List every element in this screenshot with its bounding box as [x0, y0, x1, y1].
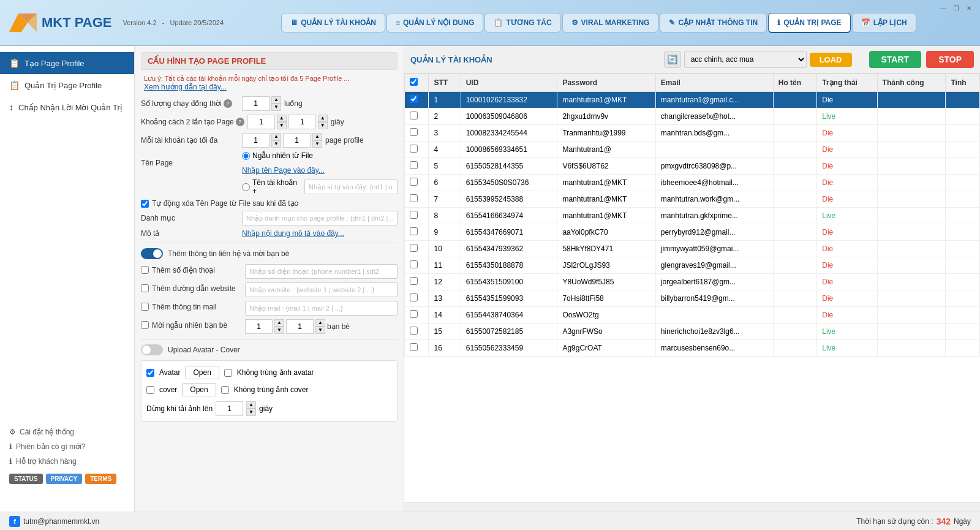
moi-tk-spin-down1[interactable]: ▼ [271, 140, 281, 148]
table-row[interactable]: 8 61554166634974 manhtutran1@MKT manhtut… [405, 208, 980, 224]
ten-tai-khoan-input[interactable] [304, 180, 398, 194]
row-checkbox[interactable] [410, 178, 418, 186]
row-checkbox-cell[interactable] [405, 125, 429, 142]
row-checkbox-cell[interactable] [405, 158, 429, 175]
random-file-radio[interactable] [242, 152, 250, 160]
tab-tuong-tac[interactable]: 📋 TƯƠNG TÁC [484, 13, 560, 32]
mo-ta-link[interactable]: Nhập nội dung mô tả vào đây... [242, 229, 344, 238]
row-checkbox-cell[interactable] [405, 175, 429, 191]
tab-quan-ly-noi-dung[interactable]: ≡ QUẢN LÝ NỘI DUNG [386, 13, 483, 32]
table-row[interactable]: 14 61554438740364 OosWO2tg Die [405, 307, 980, 324]
website-input[interactable] [245, 282, 398, 297]
moi-tk-spin-down2[interactable]: ▼ [312, 140, 322, 148]
khoang-cach-spin-up2[interactable]: ▲ [318, 115, 328, 122]
row-checkbox[interactable] [410, 112, 418, 119]
luong-help-icon[interactable]: ? [224, 99, 232, 108]
row-checkbox-cell[interactable] [405, 290, 429, 307]
row-checkbox-cell[interactable] [405, 108, 429, 125]
phone-checkbox[interactable] [141, 266, 149, 274]
row-checkbox[interactable] [410, 227, 418, 235]
horizontal-scroll[interactable] [404, 502, 980, 512]
row-checkbox-cell[interactable] [405, 340, 429, 357]
sidebar-item-tao-page-profile[interactable]: 📋 Tạo Page Profile [0, 52, 134, 74]
table-row[interactable]: 11 61554350188878 JSl2rOLgJS93 glengrave… [405, 257, 980, 274]
luong-spin-up[interactable]: ▲ [271, 96, 281, 104]
avatar-checkbox[interactable] [146, 369, 154, 377]
khoang-cach-help-icon[interactable]: ? [236, 118, 244, 126]
whats-new-item[interactable]: ℹ Phiên bản có gì mới? [9, 439, 126, 454]
table-row[interactable]: 12 61554351509100 Y8UoWd9f5J85 jorgealbe… [405, 274, 980, 290]
them-thong-tin-toggle[interactable] [141, 248, 163, 259]
table-row[interactable]: 9 61554347669071 aaYol0pfkC70 perrybyrd9… [405, 224, 980, 241]
delay-input[interactable] [216, 401, 243, 416]
row-checkbox-cell[interactable] [405, 274, 429, 290]
moi-tai-khoan-input1[interactable] [242, 133, 270, 148]
khoang-cach-spin-down2[interactable]: ▼ [318, 122, 328, 129]
moi-tai-khoan-input2[interactable] [283, 133, 311, 148]
row-checkbox[interactable] [410, 161, 418, 169]
row-checkbox-cell[interactable] [405, 324, 429, 340]
cover-no-dup-checkbox[interactable] [221, 386, 229, 394]
ten-tai-khoan-option[interactable]: Tên tài khoản + [242, 178, 301, 195]
khoang-cach-input1[interactable] [247, 115, 275, 129]
table-row[interactable]: 16 61550562333459 Ag9gCrOAT marcusesbens… [405, 340, 980, 357]
row-checkbox[interactable] [410, 260, 418, 268]
luong-spin-down[interactable]: ▼ [271, 104, 281, 111]
tab-lap-lich[interactable]: 📅 LẬP LỊCH [852, 13, 916, 32]
row-checkbox-cell[interactable] [405, 307, 429, 324]
row-checkbox[interactable] [410, 277, 418, 285]
row-checkbox[interactable] [410, 244, 418, 252]
tab-cap-nhat-thong-tin[interactable]: ✎ CẬP NHẬT THÔNG TIN [660, 13, 767, 32]
row-checkbox[interactable] [410, 293, 418, 301]
table-row[interactable]: 3 100082334245544 Tranmanhtu@1999 manhtr… [405, 125, 980, 142]
row-checkbox[interactable] [410, 128, 418, 136]
minimize-button[interactable]: — [938, 3, 948, 13]
auto-xoa-checkbox[interactable] [141, 200, 149, 208]
tab-quan-tri-page[interactable]: ℹ QUẢN TRỊ PAGE [768, 13, 850, 33]
ban-be-spin-down1[interactable]: ▼ [274, 327, 284, 334]
row-checkbox-cell[interactable] [405, 241, 429, 257]
start-button[interactable]: START [869, 51, 922, 68]
row-checkbox-cell[interactable] [405, 208, 429, 224]
ban-be-input2[interactable] [286, 319, 314, 334]
row-checkbox-cell[interactable] [405, 191, 429, 208]
table-row[interactable]: 13 61554351599093 7oHsi8ttFi58 billybarr… [405, 290, 980, 307]
row-checkbox[interactable] [410, 194, 418, 202]
stop-button[interactable]: STOP [926, 51, 974, 68]
row-checkbox-cell[interactable] [405, 257, 429, 274]
luong-input[interactable] [242, 96, 270, 111]
guide-link[interactable]: Xem hướng dẫn tại đây... [144, 83, 227, 91]
moi-tk-spin-up2[interactable]: ▲ [312, 133, 322, 140]
khoang-cach-spin-up1[interactable]: ▲ [277, 115, 287, 122]
table-row[interactable]: 15 61550072582185 A3gnrFWSo hinerichchoi… [405, 324, 980, 340]
row-checkbox[interactable] [410, 343, 418, 351]
mail-input[interactable] [245, 301, 398, 316]
khoang-cach-spin-down1[interactable]: ▼ [277, 122, 287, 129]
cover-open-btn[interactable]: Open [182, 383, 216, 396]
row-checkbox[interactable] [410, 211, 418, 219]
row-checkbox[interactable] [410, 95, 418, 103]
ban-be-checkbox[interactable] [141, 321, 149, 329]
refresh-button[interactable]: 🔄 [664, 51, 681, 68]
status-badge[interactable]: STATUS [9, 474, 43, 484]
ten-tai-khoan-radio[interactable] [242, 183, 250, 191]
row-checkbox-cell[interactable] [405, 224, 429, 241]
random-file-option[interactable]: Ngẫu nhiên từ File [242, 151, 313, 160]
tab-viral-marketing[interactable]: ⚙ VIRAL MARKETING [562, 13, 659, 32]
avatar-open-btn[interactable]: Open [185, 366, 219, 379]
row-checkbox[interactable] [410, 327, 418, 335]
mail-checkbox[interactable] [141, 303, 149, 311]
support-item[interactable]: ℹ Hỗ trợ khách hàng [9, 454, 126, 469]
sidebar-item-chap-nhan-loi-moi[interactable]: ↕ Chấp Nhận Lời Mời Quản Trị [0, 96, 134, 118]
table-row[interactable]: 7 61553995245388 manhtutran1@MKT manhtut… [405, 191, 980, 208]
ban-be-spin-down2[interactable]: ▼ [315, 327, 325, 334]
select-all-checkbox[interactable] [410, 78, 418, 86]
row-checkbox[interactable] [410, 310, 418, 318]
moi-tk-spin-up1[interactable]: ▲ [271, 133, 281, 140]
terms-badge[interactable]: TERMS [85, 474, 116, 484]
row-checkbox-cell[interactable] [405, 92, 429, 108]
phone-input[interactable] [245, 264, 398, 279]
table-row[interactable]: 2 100063509046806 2hgxu1dmv9v changilcre… [405, 108, 980, 125]
ban-be-spin-up1[interactable]: ▲ [274, 319, 284, 327]
table-row[interactable]: 1 100010262133832 manhtutran1@MKT manhtu… [405, 92, 980, 108]
